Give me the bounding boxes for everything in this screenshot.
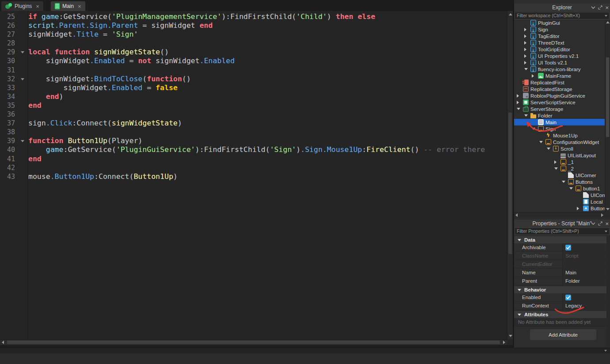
tree-item-local[interactable]: Local	[514, 198, 605, 205]
tree-item-uilistlayout[interactable]: UIListLayout	[514, 152, 605, 159]
float-window-icon[interactable]	[598, 221, 602, 226]
expander-expanded-icon[interactable]	[569, 187, 576, 190]
scroll-up-icon[interactable]	[509, 13, 512, 15]
tree-item-mouse1up[interactable]: Mouse1Up	[514, 132, 605, 139]
scroll-thumb[interactable]	[606, 57, 609, 137]
checkbox-checked[interactable]	[565, 295, 571, 300]
scroll-down-icon[interactable]	[606, 208, 610, 210]
tree-item--2[interactable]: _2	[514, 165, 605, 172]
expander-expanded-icon[interactable]	[532, 128, 538, 130]
tree-item-ui-tools-v2-1[interactable]: UI Tools v2.1	[514, 59, 605, 66]
tab-plugins[interactable]: Plugins ×	[1, 1, 43, 11]
code-lines[interactable]: 25if game:GetService('PluginManagementSe…	[0, 11, 507, 339]
code-line[interactable]: 35end	[0, 101, 507, 110]
code-line[interactable]: 26script.Parent.Sign.Parent = signWidget…	[0, 21, 507, 30]
section-collapse-icon[interactable]	[518, 239, 521, 241]
tree-item-robloxpluginguiservice[interactable]: RobloxPluginGuiService	[514, 92, 605, 99]
close-tab-icon[interactable]: ×	[78, 4, 81, 9]
expander-collapsed-icon[interactable]	[554, 160, 560, 164]
tree-item-button1[interactable]: button1	[514, 185, 605, 192]
property-value[interactable]: Legacy	[563, 302, 606, 310]
code-line[interactable]: 41end	[0, 155, 507, 163]
close-panel-icon[interactable]: ×	[605, 221, 609, 227]
section-header-attributes[interactable]: Attributes	[514, 311, 606, 318]
expander-collapsed-icon[interactable]	[577, 207, 583, 210]
scroll-right-icon[interactable]	[503, 341, 505, 344]
code-line[interactable]: 32 signWidget:BindToClose(function()	[0, 75, 507, 83]
tree-item-uicorner[interactable]: UICorner	[514, 192, 605, 198]
tree-item-toolgripeditor[interactable]: ToolGripEditor	[514, 46, 605, 53]
chevron-down-icon[interactable]	[591, 222, 595, 225]
tree-item-plugingui[interactable]: PluginGui	[514, 19, 605, 26]
close-tab-icon[interactable]: ×	[36, 4, 39, 9]
scroll-down-icon[interactable]	[509, 335, 512, 337]
code-line[interactable]: 40 game:GetService('PluginGuiService'):F…	[0, 145, 507, 154]
collapsed-panel-bar[interactable]	[0, 348, 610, 353]
expander-expanded-icon[interactable]	[547, 148, 553, 150]
expander-collapsed-icon[interactable]	[532, 74, 538, 78]
tree-item-scroll[interactable]: Scroll	[514, 145, 605, 152]
scroll-thumb[interactable]	[7, 341, 500, 344]
expander-collapsed-icon[interactable]	[524, 34, 530, 38]
property-value[interactable]	[563, 293, 606, 301]
explorer-header[interactable]: Explorer ×	[514, 4, 610, 11]
properties-header[interactable]: Properties - Script "Main" ×	[514, 220, 610, 228]
explorer-horizontal-scrollbar[interactable]	[514, 212, 605, 217]
scroll-left-icon[interactable]	[515, 213, 518, 217]
editor-horizontal-scrollbar[interactable]	[0, 339, 507, 345]
properties-filter-input[interactable]: Filter Properties (Ctrl+Shift+P)	[515, 228, 610, 235]
tree-item-main[interactable]: Main	[514, 119, 605, 125]
add-attribute-button[interactable]: Add Attribute	[530, 329, 596, 340]
expander-expanded-icon[interactable]	[524, 68, 530, 70]
section-header-data[interactable]: Data	[514, 236, 606, 243]
code-line[interactable]: 29local function signWidgetState()	[0, 48, 507, 57]
tree-item-serverscriptservice[interactable]: ServerScriptService	[514, 99, 605, 106]
tree-item-serverstorage[interactable]: ServerStorage	[514, 106, 605, 112]
tree-item-sign[interactable]: Sign	[514, 26, 605, 33]
code-line[interactable]: 42	[0, 163, 507, 172]
tab-main[interactable]: Main ×	[51, 1, 85, 11]
property-value[interactable]: Folder	[563, 277, 606, 285]
editor-vertical-scrollbar[interactable]	[507, 11, 513, 339]
tree-item-sign[interactable]: Sign	[514, 125, 605, 132]
expander-collapsed-icon[interactable]	[517, 94, 523, 98]
expander-collapsed-icon[interactable]	[524, 61, 530, 64]
fold-arrow-icon[interactable]	[21, 140, 24, 142]
code-line[interactable]: 25if game:GetService('PluginManagementSe…	[0, 12, 507, 21]
code-line[interactable]: 37sign.Click:Connect(signWidgetState)	[0, 119, 507, 128]
expander-collapsed-icon[interactable]	[517, 101, 523, 104]
code-line[interactable]: 27signWidget.Title = 'Sign'	[0, 30, 507, 39]
property-value[interactable]: Main	[563, 269, 606, 277]
checkbox-checked[interactable]	[565, 245, 571, 250]
float-window-icon[interactable]	[598, 5, 602, 10]
tree-item-folder[interactable]: Folder	[514, 112, 605, 119]
close-panel-icon[interactable]: ×	[605, 5, 609, 11]
tree-item--1[interactable]: _1	[514, 159, 605, 165]
code-line[interactable]: 38	[0, 128, 507, 136]
scroll-thumb[interactable]	[508, 113, 512, 254]
expander-expanded-icon[interactable]	[562, 181, 568, 183]
expander-expanded-icon[interactable]	[539, 141, 545, 143]
tree-item-mainframe[interactable]: MainFrame	[514, 72, 605, 79]
scroll-up-icon[interactable]	[606, 21, 610, 23]
code-line[interactable]: 39function Button1Up(Player)	[0, 136, 507, 145]
tree-item-ui-properties-v2-1[interactable]: UI Properties v2.1	[514, 53, 605, 59]
code-line[interactable]: 43mouse.Button1Up:Connect(Button1Up)	[0, 172, 507, 181]
tree-item-replicatedstorage[interactable]: ReplicatedStorage	[514, 86, 605, 92]
section-collapse-icon[interactable]	[518, 314, 521, 316]
tree-item-button[interactable]: Button	[514, 205, 605, 212]
explorer-vertical-scrollbar[interactable]	[605, 19, 610, 212]
dropdown-arrow-icon[interactable]	[605, 231, 607, 232]
code-line[interactable]: 28	[0, 39, 507, 48]
tree-item-fluency-icon-library[interactable]: fluency-icon-library	[514, 66, 605, 72]
tree-item-buttons[interactable]: Buttons	[514, 178, 605, 185]
chevron-down-icon[interactable]	[591, 6, 595, 9]
expand-panel-icon[interactable]	[604, 350, 607, 352]
expander-collapsed-icon[interactable]	[524, 54, 530, 58]
expander-expanded-icon[interactable]	[517, 108, 523, 110]
code-line[interactable]: 36	[0, 110, 507, 119]
section-collapse-icon[interactable]	[518, 289, 521, 291]
property-value[interactable]	[563, 243, 606, 251]
tree-item-replicatedfirst[interactable]: ReplicatedFirst	[514, 79, 605, 86]
scroll-right-icon[interactable]	[601, 213, 603, 217]
